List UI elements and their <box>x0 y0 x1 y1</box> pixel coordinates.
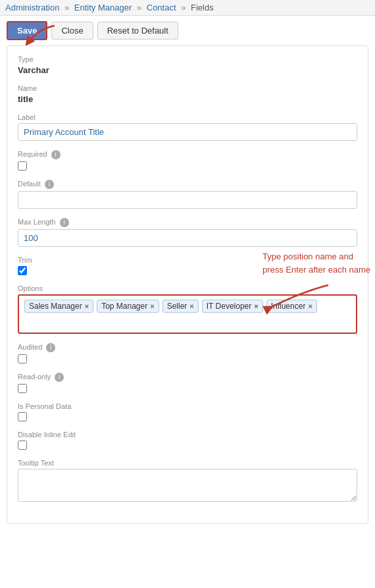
label-field: Label <box>18 113 357 141</box>
audited-field: Audited i <box>18 343 357 363</box>
tag-sales-manager: Sales Manager × <box>24 300 93 313</box>
max-length-input[interactable] <box>18 229 357 247</box>
default-label: Default i <box>18 180 357 189</box>
required-info-icon[interactable]: i <box>51 150 61 159</box>
tag-influencer-text: Influencer <box>271 302 306 311</box>
default-input[interactable] <box>18 191 357 209</box>
save-arrow-wrapper: Save <box>7 21 47 40</box>
breadcrumb: Administration » Entity Manager » Contac… <box>0 0 375 16</box>
tag-sales-manager-text: Sales Manager <box>29 302 82 311</box>
reset-button[interactable]: Reset to Default <box>97 22 178 40</box>
type-label: Type <box>18 55 357 63</box>
readonly-field: Read-only i <box>18 373 357 393</box>
disable-inline-label: Disable Inline Edit <box>18 431 357 439</box>
audited-info-icon[interactable]: i <box>46 343 55 352</box>
tag-top-manager: Top Manager × <box>97 300 159 313</box>
audited-checkbox[interactable] <box>18 354 27 363</box>
tag-it-developer-text: IT Developer <box>207 302 251 311</box>
tag-it-developer: IT Developer × <box>202 300 263 313</box>
required-checkbox[interactable] <box>18 161 27 171</box>
sep-2: » <box>137 3 144 13</box>
readonly-checkbox[interactable] <box>18 384 27 393</box>
breadcrumb-contact[interactable]: Contact <box>147 3 176 13</box>
readonly-checkbox-row <box>18 384 357 393</box>
personal-data-checkbox[interactable] <box>18 412 27 421</box>
name-value: title <box>18 94 33 104</box>
tag-top-manager-close[interactable]: × <box>150 303 154 310</box>
tag-seller: Seller × <box>162 300 199 313</box>
options-label: Options <box>18 284 357 292</box>
disable-inline-checkbox[interactable] <box>18 441 27 450</box>
toolbar: Save Close Reset to Default <box>0 16 375 45</box>
options-field: Options Sales Manager × Top Manager × Se… <box>18 284 357 334</box>
disable-inline-field: Disable Inline Edit <box>18 431 357 450</box>
required-checkbox-row <box>18 161 357 171</box>
max-length-info-icon[interactable]: i <box>60 218 69 227</box>
trim-checkbox-row <box>18 266 357 275</box>
trim-label: Trim <box>18 256 357 264</box>
sep-3: » <box>181 3 188 13</box>
tooltip-field: Tooltip Text <box>18 459 357 504</box>
form-panel: Type Varchar Name title Label Required i <box>7 45 368 524</box>
tag-seller-text: Seller <box>167 302 188 311</box>
audited-label: Audited i <box>18 343 357 352</box>
tag-influencer: Influencer × <box>266 300 317 313</box>
tag-it-developer-close[interactable]: × <box>254 303 258 310</box>
trim-checkbox[interactable] <box>18 266 27 275</box>
readonly-info-icon[interactable]: i <box>55 373 64 382</box>
required-label: Required i <box>18 150 357 159</box>
type-value: Varchar <box>18 65 49 75</box>
tag-top-manager-text: Top Manager <box>101 302 147 311</box>
audited-checkbox-row <box>18 354 357 363</box>
required-field: Required i <box>18 150 357 171</box>
readonly-label: Read-only i <box>18 373 357 382</box>
options-box[interactable]: Sales Manager × Top Manager × Seller × I… <box>18 294 357 334</box>
tooltip-label: Tooltip Text <box>18 459 357 467</box>
label-input[interactable] <box>18 123 357 141</box>
sep-1: » <box>64 3 72 13</box>
personal-data-field: Is Personal Data <box>18 402 357 421</box>
max-length-field: Max Length i <box>18 218 357 247</box>
name-field: Name title <box>18 84 357 104</box>
type-field: Type Varchar <box>18 55 357 75</box>
name-label: Name <box>18 84 357 92</box>
save-arrow-icon <box>18 22 58 49</box>
default-field: Default i <box>18 180 357 209</box>
tooltip-textarea[interactable] <box>18 469 357 502</box>
trim-field: Trim <box>18 256 357 275</box>
breadcrumb-fields: Fields <box>191 3 214 13</box>
tag-seller-close[interactable]: × <box>189 303 193 310</box>
label-label: Label <box>18 113 357 121</box>
breadcrumb-admin[interactable]: Administration <box>5 3 59 13</box>
personal-data-label: Is Personal Data <box>18 402 357 410</box>
default-info-icon[interactable]: i <box>45 180 54 189</box>
disable-inline-checkbox-row <box>18 441 357 450</box>
max-length-label: Max Length i <box>18 218 357 227</box>
personal-data-checkbox-row <box>18 412 357 421</box>
tag-sales-manager-close[interactable]: × <box>85 303 89 310</box>
breadcrumb-entity-manager[interactable]: Entity Manager <box>74 3 132 13</box>
tag-influencer-close[interactable]: × <box>308 303 312 310</box>
